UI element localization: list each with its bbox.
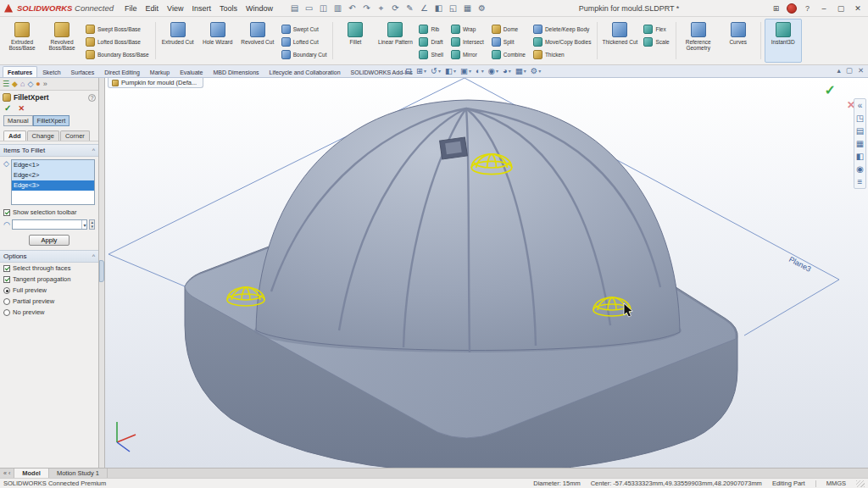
ribbon-move-copy-bodies-button[interactable]: Move/Copy Bodies bbox=[531, 36, 594, 47]
menu-insert[interactable]: Insert bbox=[188, 3, 214, 14]
dimxpertmanager-tab-icon[interactable]: ◇ bbox=[27, 80, 33, 88]
edit-appearance-icon[interactable]: ◕ bbox=[503, 66, 508, 75]
section-view-icon-caret[interactable]: ▾ bbox=[453, 68, 456, 74]
ribbon-delete-keep-body-button[interactable]: Delete/Keep Body bbox=[531, 23, 594, 35]
ribbon-scale-button[interactable]: Scale bbox=[641, 36, 671, 47]
ribbon-extruded-boss-base-button[interactable]: Extruded Boss/Base bbox=[3, 19, 41, 63]
radius-combo[interactable]: ▾ bbox=[12, 219, 88, 230]
tab-scroll-left-icon[interactable]: ‹ bbox=[8, 470, 10, 476]
zoom-fit-icon[interactable]: ⊡ bbox=[405, 66, 412, 75]
radius-spinner[interactable]: ▴▾ bbox=[89, 219, 95, 230]
ribbon-hole-wizard-button[interactable]: Hole Wizard bbox=[199, 19, 236, 63]
user-avatar[interactable] bbox=[787, 3, 797, 14]
collapse-options-icon[interactable]: ^ bbox=[92, 253, 95, 259]
menu-file[interactable]: File bbox=[121, 3, 141, 14]
tangent-propagation-checkbox[interactable] bbox=[3, 276, 10, 283]
pm-help-icon[interactable]: ? bbox=[88, 94, 96, 102]
pane-restore-icon[interactable]: ▢ bbox=[846, 66, 853, 75]
menu-tools[interactable]: Tools bbox=[216, 3, 241, 14]
menu-edit[interactable]: Edit bbox=[142, 3, 163, 14]
mode-manual-button[interactable]: Manual bbox=[3, 115, 33, 126]
ribbon-extruded-cut-button[interactable]: Extruded Cut bbox=[159, 19, 197, 63]
status-units[interactable]: MMGS bbox=[826, 480, 846, 487]
select-icon[interactable]: ⌖ bbox=[376, 3, 387, 14]
panel-splitter[interactable] bbox=[99, 78, 105, 468]
plane-label[interactable]: Plane3 bbox=[787, 255, 812, 274]
task-pane-icon[interactable]: ⊞ bbox=[771, 4, 782, 13]
panel-collapse-handle[interactable] bbox=[99, 260, 104, 282]
view-settings-icon[interactable]: ⚙ bbox=[531, 66, 538, 75]
filletxpert-tab-corner[interactable]: Corner bbox=[60, 130, 90, 141]
display-style-icon-caret[interactable]: ▾ bbox=[481, 68, 484, 74]
ribbon-swept-cut-button[interactable]: Swept Cut bbox=[279, 23, 330, 35]
panel-tabs-overflow-icon[interactable]: » bbox=[43, 80, 47, 88]
collapse-group-icon[interactable]: ^ bbox=[92, 147, 95, 153]
select-through-faces-checkbox[interactable] bbox=[3, 265, 10, 272]
view-settings-icon-caret[interactable]: ▾ bbox=[538, 68, 541, 74]
ribbon-revolved-boss-base-button[interactable]: Revolved Boss/Base bbox=[43, 19, 81, 63]
ribbon-lofted-boss-base-button[interactable]: Lofted Boss/Base bbox=[83, 36, 152, 47]
file-properties-icon[interactable]: ▦ bbox=[462, 3, 473, 13]
items-to-fillet-list[interactable]: Edge<1>Edge<2>Edge<3> bbox=[11, 159, 95, 205]
open-icon[interactable]: ▭ bbox=[303, 3, 314, 13]
new-file-icon[interactable]: ▤ bbox=[289, 3, 300, 13]
minimize-button[interactable]: – bbox=[818, 4, 830, 13]
zoom-area-icon[interactable]: ⊞ bbox=[416, 66, 423, 75]
options-icon[interactable]: ⚙ bbox=[476, 3, 487, 13]
pane-close-icon[interactable]: ✕ bbox=[858, 66, 864, 75]
close-button[interactable]: ✕ bbox=[852, 4, 864, 13]
edge-list-item[interactable]: Edge<1> bbox=[12, 160, 94, 170]
ribbon-draft-button[interactable]: Draft bbox=[416, 36, 445, 47]
previous-view-icon-caret[interactable]: ▾ bbox=[438, 68, 441, 74]
graphics-area[interactable]: Plane3 Pumpkin for mould (Defa... ✓ ✕ «◳… bbox=[105, 78, 868, 468]
mode-filletxpert-button[interactable]: FilletXpert bbox=[33, 115, 70, 126]
tab-lifecycle-and-collaboration[interactable]: Lifecycle and Collaboration bbox=[264, 66, 346, 77]
options-group-header[interactable]: Options ^ bbox=[0, 250, 98, 263]
maximize-button[interactable]: ▢ bbox=[835, 4, 847, 13]
ribbon-thicken-button[interactable]: Thicken bbox=[531, 48, 594, 60]
tab-sketch[interactable]: Sketch bbox=[37, 66, 65, 77]
hide-show-items-icon[interactable]: ◉ bbox=[488, 66, 495, 75]
view-palette-icon[interactable]: ◳ bbox=[856, 114, 864, 123]
scenes-pane-icon[interactable]: ▦ bbox=[856, 139, 864, 148]
items-to-fillet-group-header[interactable]: Items To Fillet ^ bbox=[0, 144, 98, 157]
ribbon-mirror-button[interactable]: Mirror bbox=[448, 48, 487, 60]
collapse-pane-icon[interactable]: « bbox=[858, 101, 863, 110]
view-orientation-icon-caret[interactable]: ▾ bbox=[469, 68, 471, 74]
ribbon-dome-button[interactable]: Dome bbox=[489, 23, 528, 35]
featuremanager-tab-icon[interactable]: ☰ bbox=[3, 80, 9, 88]
edge-list-item[interactable]: Edge<3> bbox=[12, 180, 94, 191]
appearances-pane-icon[interactable]: ▤ bbox=[856, 126, 864, 136]
view-orientation-icon[interactable]: ▣ bbox=[460, 66, 468, 75]
smart-dimension-icon[interactable]: ∠ bbox=[419, 3, 430, 13]
study-tab-motion-study-1[interactable]: Motion Study 1 bbox=[49, 469, 108, 478]
partial-preview-radio[interactable] bbox=[3, 298, 10, 305]
confirm-ok-icon[interactable]: ✓ bbox=[825, 82, 836, 98]
decals-pane-icon[interactable]: ◧ bbox=[856, 152, 864, 161]
tab-direct-editing[interactable]: Direct Editing bbox=[99, 66, 145, 77]
tab-features[interactable]: Features bbox=[3, 66, 37, 77]
ok-button[interactable]: ✓ bbox=[4, 103, 11, 113]
document-tab[interactable]: Pumpkin for mould (Defa... bbox=[108, 78, 203, 88]
ribbon-wrap-button[interactable]: Wrap bbox=[448, 23, 487, 35]
ribbon-instant3d-button[interactable]: Instant3D bbox=[765, 19, 802, 63]
show-selection-toolbar-checkbox[interactable] bbox=[3, 209, 10, 216]
save-icon[interactable]: ◫ bbox=[318, 3, 329, 13]
tab-scroll-start-icon[interactable]: « bbox=[3, 470, 7, 476]
previous-view-icon[interactable]: ↺ bbox=[431, 66, 437, 75]
ribbon-intersect-button[interactable]: Intersect bbox=[448, 36, 487, 47]
print-icon[interactable]: ▥ bbox=[332, 3, 343, 13]
zoom-area-icon-caret[interactable]: ▾ bbox=[424, 68, 426, 74]
undo-icon[interactable]: ↶ bbox=[347, 3, 358, 13]
ribbon-linear-pattern-button[interactable]: Linear Pattern bbox=[376, 19, 414, 63]
ribbon-boundary-cut-button[interactable]: Boundary Cut bbox=[279, 48, 330, 60]
cancel-button[interactable]: ✕ bbox=[18, 104, 25, 113]
ribbon-split-button[interactable]: Split bbox=[489, 36, 528, 47]
configurationmanager-tab-icon[interactable]: ⌂ bbox=[20, 80, 25, 88]
edit-appearance-icon-caret[interactable]: ▾ bbox=[509, 68, 511, 74]
tab-surfaces[interactable]: Surfaces bbox=[66, 66, 100, 77]
display-style-icon[interactable]: ◐ bbox=[476, 66, 481, 75]
full-preview-radio[interactable] bbox=[3, 287, 10, 294]
apply-scene-icon[interactable]: ▦ bbox=[515, 66, 523, 75]
viewport-canvas[interactable]: Plane3 bbox=[105, 78, 868, 468]
